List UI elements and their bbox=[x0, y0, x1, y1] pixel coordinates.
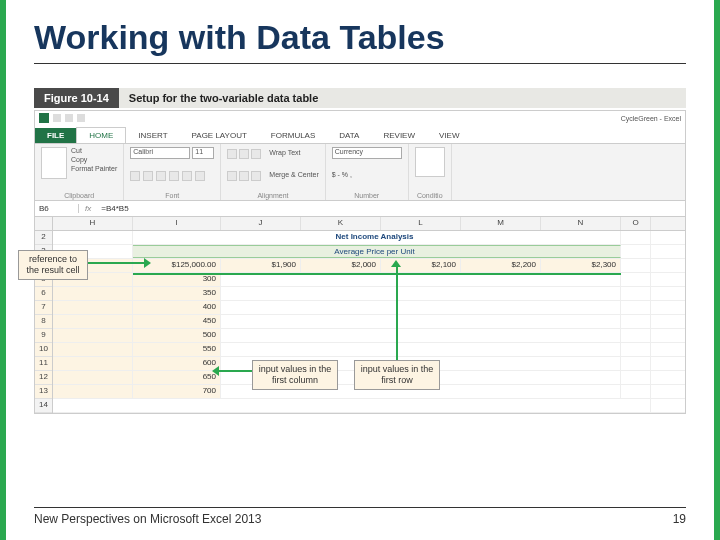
analysis-title: Net Income Analysis bbox=[133, 231, 621, 244]
col-header[interactable]: O bbox=[621, 217, 651, 230]
col-input[interactable]: 500 bbox=[133, 329, 221, 342]
slide: Working with Data Tables Figure 10-14 Se… bbox=[0, 0, 720, 540]
col-header[interactable]: I bbox=[133, 217, 221, 230]
cut-button[interactable]: Cut bbox=[71, 147, 117, 154]
font-name-select[interactable]: Calibri bbox=[130, 147, 190, 159]
titlebar: CycleGreen - Excel bbox=[35, 111, 685, 125]
merge-center-button[interactable]: Merge & Center bbox=[269, 171, 318, 181]
row-header[interactable]: 2 bbox=[35, 231, 52, 245]
align-center-button[interactable] bbox=[239, 171, 249, 181]
col-header[interactable]: H bbox=[53, 217, 133, 230]
row-input[interactable]: $2,000 bbox=[301, 259, 381, 272]
formula-input[interactable]: =B4*B5 bbox=[97, 204, 132, 213]
callout-row: input values in the first row bbox=[354, 360, 440, 390]
col-input[interactable]: 350 bbox=[133, 287, 221, 300]
number-buttons[interactable]: $ - % , bbox=[332, 171, 402, 178]
col-input[interactable]: 700 bbox=[133, 385, 221, 398]
arrow-head-icon bbox=[391, 260, 401, 267]
paste-button[interactable] bbox=[41, 147, 67, 179]
arrow-icon bbox=[396, 266, 398, 360]
undo-icon[interactable] bbox=[65, 114, 73, 122]
font-label: Font bbox=[130, 192, 214, 199]
col-header[interactable]: N bbox=[541, 217, 621, 230]
align-top-button[interactable] bbox=[227, 149, 237, 159]
row-header[interactable]: 8 bbox=[35, 315, 52, 329]
tab-formulas[interactable]: FORMULAS bbox=[259, 128, 327, 143]
group-number: Currency $ - % , Number bbox=[326, 144, 409, 200]
row-header[interactable]: 13 bbox=[35, 385, 52, 399]
conditional-formatting-button[interactable] bbox=[415, 147, 445, 177]
save-icon[interactable] bbox=[53, 114, 61, 122]
row-input[interactable]: $1,900 bbox=[221, 259, 301, 272]
col-input[interactable]: 600 bbox=[133, 357, 221, 370]
format-painter-button[interactable]: Format Painter bbox=[71, 165, 117, 172]
tab-review[interactable]: REVIEW bbox=[371, 128, 427, 143]
clipboard-label: Clipboard bbox=[41, 192, 117, 199]
title-area: Working with Data Tables bbox=[6, 0, 714, 72]
arrow-head-icon bbox=[144, 258, 151, 268]
quick-access-toolbar bbox=[39, 113, 85, 123]
fill-color-button[interactable] bbox=[182, 171, 192, 181]
number-label: Number bbox=[332, 192, 402, 199]
row-header[interactable]: 9 bbox=[35, 329, 52, 343]
tab-data[interactable]: DATA bbox=[327, 128, 371, 143]
font-color-button[interactable] bbox=[195, 171, 205, 181]
row-header[interactable]: 7 bbox=[35, 301, 52, 315]
col-input[interactable]: 450 bbox=[133, 315, 221, 328]
fx-icon[interactable]: fx bbox=[79, 204, 97, 213]
col-header[interactable]: L bbox=[381, 217, 461, 230]
row-input[interactable]: $2,300 bbox=[541, 259, 621, 272]
align-right-button[interactable] bbox=[251, 171, 261, 181]
row-header[interactable]: 6 bbox=[35, 287, 52, 301]
col-input[interactable]: 550 bbox=[133, 343, 221, 356]
row-header[interactable]: 12 bbox=[35, 371, 52, 385]
tab-insert[interactable]: INSERT bbox=[126, 128, 179, 143]
wrap-text-button[interactable]: Wrap Text bbox=[269, 149, 300, 159]
ribbon: Cut Copy Format Painter Clipboard Calibr… bbox=[35, 143, 685, 201]
align-left-button[interactable] bbox=[227, 171, 237, 181]
bold-button[interactable] bbox=[130, 171, 140, 181]
italic-button[interactable] bbox=[143, 171, 153, 181]
underline-button[interactable] bbox=[156, 171, 166, 181]
footer: New Perspectives on Microsoft Excel 2013… bbox=[34, 507, 686, 526]
group-alignment: Wrap Text Merge & Center Alignment bbox=[221, 144, 325, 200]
footer-left: New Perspectives on Microsoft Excel 2013 bbox=[34, 512, 261, 526]
figure-caption: Setup for the two-variable data table bbox=[119, 88, 686, 108]
col-input[interactable]: 650 bbox=[133, 371, 221, 384]
select-all-corner[interactable] bbox=[35, 217, 53, 230]
align-middle-button[interactable] bbox=[239, 149, 249, 159]
row-header[interactable]: 10 bbox=[35, 343, 52, 357]
tab-file[interactable]: FILE bbox=[35, 128, 76, 143]
arrow-icon bbox=[88, 262, 146, 264]
group-styles: Conditio bbox=[409, 144, 452, 200]
tab-home[interactable]: HOME bbox=[76, 127, 126, 143]
page-title: Working with Data Tables bbox=[34, 18, 686, 64]
tab-view[interactable]: VIEW bbox=[427, 128, 471, 143]
col-header[interactable]: K bbox=[301, 217, 381, 230]
page-number: 19 bbox=[673, 512, 686, 526]
formula-bar: B6 fx =B4*B5 bbox=[35, 201, 685, 217]
window-title: CycleGreen - Excel bbox=[621, 115, 681, 122]
content-area: Figure 10-14 Setup for the two-variable … bbox=[34, 88, 686, 488]
callout-result: reference to the result cell bbox=[18, 250, 88, 280]
align-bottom-button[interactable] bbox=[251, 149, 261, 159]
col-header[interactable]: J bbox=[221, 217, 301, 230]
redo-icon[interactable] bbox=[77, 114, 85, 122]
callout-col: input values in the first column bbox=[252, 360, 338, 390]
row-header[interactable]: 14 bbox=[35, 399, 52, 413]
name-box[interactable]: B6 bbox=[35, 204, 79, 213]
tab-pagelayout[interactable]: PAGE LAYOUT bbox=[180, 128, 259, 143]
copy-button[interactable]: Copy bbox=[71, 156, 117, 163]
col-input[interactable]: 400 bbox=[133, 301, 221, 314]
group-font: Calibri 11 Font bbox=[124, 144, 221, 200]
font-size-select[interactable]: 11 bbox=[192, 147, 214, 159]
row-header[interactable]: 11 bbox=[35, 357, 52, 371]
column-headers: H I J K L M N O bbox=[35, 217, 685, 231]
col-header[interactable]: M bbox=[461, 217, 541, 230]
arrow-head-icon bbox=[212, 366, 219, 376]
row-input[interactable]: $2,200 bbox=[461, 259, 541, 272]
excel-icon bbox=[39, 113, 49, 123]
border-button[interactable] bbox=[169, 171, 179, 181]
ribbon-tabs: FILE HOME INSERT PAGE LAYOUT FORMULAS DA… bbox=[35, 125, 685, 143]
number-format-select[interactable]: Currency bbox=[332, 147, 402, 159]
